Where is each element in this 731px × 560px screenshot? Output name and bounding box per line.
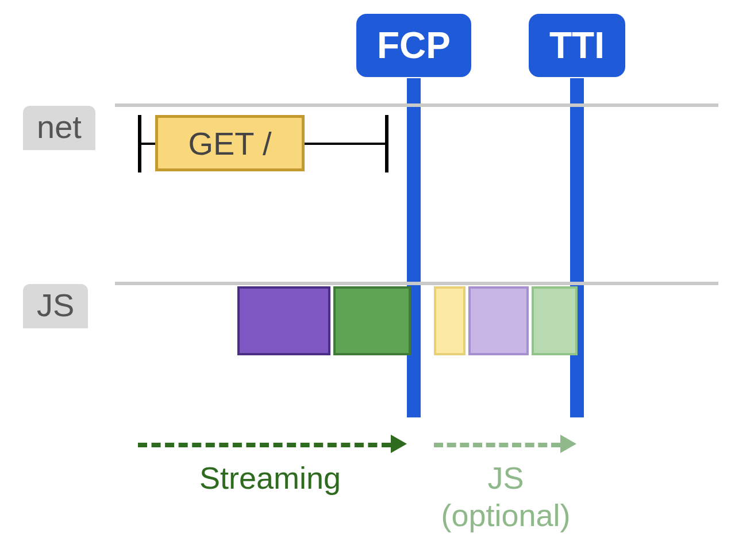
row-rule-js: [115, 282, 718, 285]
net-stem-right: [305, 143, 385, 145]
milestone-fcp-pill: FCP: [356, 14, 471, 77]
js-task-yellow-optional: [434, 286, 465, 355]
net-request-box: GET /: [155, 115, 305, 171]
row-label-net: net: [23, 106, 95, 150]
phase-js-line: [434, 443, 560, 447]
phase-js-arrow-icon: [560, 435, 576, 453]
net-stem-left: [141, 143, 155, 145]
rendering-timeline-diagram: FCP TTI net GET / JS Streaming JS (optio…: [0, 0, 731, 560]
phase-streaming-label: Streaming: [161, 460, 379, 496]
net-bracket-end: [385, 115, 388, 172]
js-task-green: [333, 286, 411, 355]
js-task-purple: [237, 286, 330, 355]
js-task-purple-optional: [468, 286, 529, 355]
row-rule-net: [115, 103, 718, 107]
phase-streaming-arrow-icon: [391, 435, 407, 453]
net-request-label: GET /: [188, 125, 271, 162]
phase-js-label-line2: (optional): [434, 497, 578, 533]
phase-streaming-line: [138, 443, 391, 447]
phase-js-label-line1: JS: [434, 460, 578, 496]
milestone-tti-bar: [570, 78, 584, 417]
milestone-tti-pill: TTI: [529, 14, 625, 77]
js-task-green-optional: [532, 286, 578, 355]
milestone-fcp: FCP: [356, 14, 471, 77]
row-label-js: JS: [23, 284, 88, 328]
milestone-tti: TTI: [529, 14, 625, 77]
milestone-fcp-bar: [407, 78, 421, 417]
